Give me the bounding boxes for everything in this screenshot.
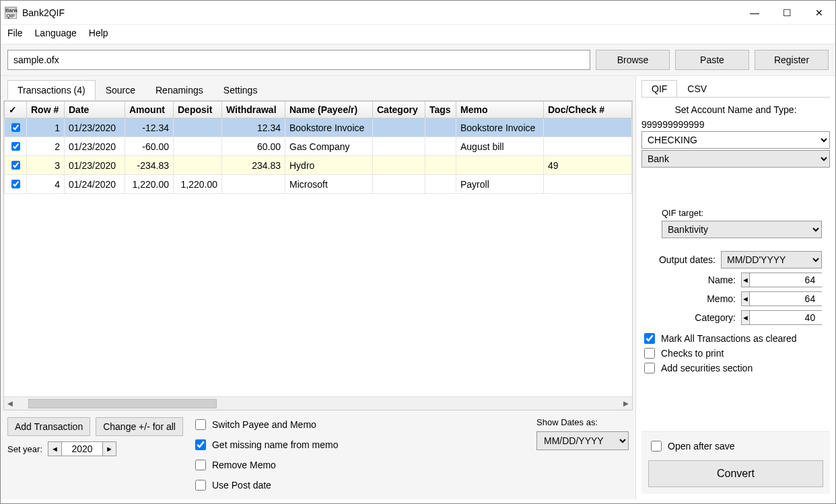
row-checkbox[interactable] xyxy=(11,180,20,188)
cell-tags xyxy=(425,118,456,137)
table-row[interactable]: 301/23/2020-234.83234.83Hydro49 xyxy=(5,156,632,175)
convert-button[interactable]: Convert xyxy=(648,460,823,487)
get-missing-checkbox[interactable] xyxy=(195,439,206,450)
tab-renamings[interactable]: Renamings xyxy=(145,80,213,100)
memo-length-value[interactable] xyxy=(750,292,836,305)
row-checkbox[interactable] xyxy=(11,123,20,132)
year-spinner[interactable]: ◄ ► xyxy=(48,441,116,456)
cell-tags xyxy=(425,137,456,156)
cell-deposit xyxy=(174,118,222,137)
cell-memo: August bill xyxy=(456,137,544,156)
memo-length-spinner[interactable]: ◄ ► xyxy=(741,291,822,306)
col-doc[interactable]: Doc/Check # xyxy=(544,102,632,118)
cell-date: 01/24/2020 xyxy=(65,175,125,194)
col-category[interactable]: Category xyxy=(373,102,425,118)
cell-doc xyxy=(544,137,632,156)
tab-transactions[interactable]: Transactions (4) xyxy=(7,80,96,100)
qif-target-select[interactable]: Banktivity xyxy=(662,221,822,238)
category-length-label: Category: xyxy=(695,312,736,323)
cell-name: Hydro xyxy=(285,156,373,175)
cell-name: Bookstore Invoice xyxy=(285,118,373,137)
change-sign-button[interactable]: Change +/- for all xyxy=(96,417,183,436)
account-id: 999999999999 xyxy=(641,119,830,130)
memo-dec[interactable]: ◄ xyxy=(742,292,750,305)
tab-csv[interactable]: CSV xyxy=(677,80,717,98)
register-button[interactable]: Register xyxy=(755,50,829,70)
use-post-date-checkbox[interactable] xyxy=(195,480,206,491)
name-length-spinner[interactable]: ◄ ► xyxy=(741,273,822,287)
account-type-select[interactable]: Bank xyxy=(641,150,830,168)
year-decrement[interactable]: ◄ xyxy=(48,442,62,456)
mark-cleared-checkbox[interactable] xyxy=(644,333,655,344)
tab-qif[interactable]: QIF xyxy=(641,80,677,98)
category-length-value[interactable] xyxy=(750,311,836,324)
name-dec[interactable]: ◄ xyxy=(742,273,750,287)
cell-date: 01/23/2020 xyxy=(65,156,125,175)
row-checkbox[interactable] xyxy=(11,161,20,170)
menu-help[interactable]: Help xyxy=(89,28,108,38)
col-amount[interactable]: Amount xyxy=(125,102,174,118)
category-dec[interactable]: ◄ xyxy=(742,311,750,324)
cell-row: 1 xyxy=(27,118,65,137)
col-tags[interactable]: Tags xyxy=(425,102,456,118)
cell-row: 2 xyxy=(27,137,65,156)
cell-withdrawal: 60.00 xyxy=(222,137,285,156)
cell-deposit xyxy=(174,137,222,156)
year-value[interactable] xyxy=(62,442,102,456)
cell-memo: Bookstore Invoice xyxy=(456,118,544,137)
browse-button[interactable]: Browse xyxy=(596,50,670,70)
menu-bar: File Language Help xyxy=(1,25,835,44)
tab-source[interactable]: Source xyxy=(96,80,145,100)
col-date[interactable]: Date xyxy=(65,102,125,118)
tab-settings[interactable]: Settings xyxy=(213,80,268,100)
col-deposit[interactable]: Deposit xyxy=(174,102,222,118)
menu-file[interactable]: File xyxy=(7,28,23,38)
cell-doc xyxy=(544,175,632,194)
minimize-button[interactable]: — xyxy=(738,1,771,25)
table-row[interactable]: 201/23/2020-60.0060.00Gas CompanyAugust … xyxy=(5,137,632,156)
cell-withdrawal: 234.83 xyxy=(222,156,285,175)
category-length-spinner[interactable]: ◄ ► xyxy=(741,310,822,325)
table-row[interactable]: 401/24/20201,220.001,220.00MicrosoftPayr… xyxy=(5,175,632,194)
file-path-input[interactable] xyxy=(7,50,590,70)
window-title: Bank2QIF xyxy=(22,7,65,18)
switch-payee-checkbox[interactable] xyxy=(195,419,206,430)
checks-print-checkbox[interactable] xyxy=(644,348,655,359)
add-securities-checkbox[interactable] xyxy=(644,363,655,373)
export-tabs: QIF CSV xyxy=(641,80,830,98)
close-button[interactable]: ✕ xyxy=(803,1,835,25)
add-transaction-button[interactable]: Add Transaction xyxy=(7,417,90,436)
cell-row: 3 xyxy=(27,156,65,175)
row-checkbox[interactable] xyxy=(11,142,20,151)
titlebar: BankQIF Bank2QIF — ☐ ✕ xyxy=(1,1,835,25)
col-name[interactable]: Name (Payee/r) xyxy=(285,102,373,118)
col-row[interactable]: Row # xyxy=(27,102,65,118)
cell-row: 4 xyxy=(27,175,65,194)
account-name-select[interactable]: CHECKING xyxy=(641,131,830,149)
maximize-button[interactable]: ☐ xyxy=(771,1,803,25)
remove-memo-checkbox[interactable] xyxy=(195,460,206,470)
cell-tags xyxy=(425,175,456,194)
name-length-value[interactable] xyxy=(750,273,836,287)
cell-name: Microsoft xyxy=(285,175,373,194)
col-check[interactable]: ✓ xyxy=(5,102,27,118)
cell-tags xyxy=(425,156,456,175)
col-withdrawal[interactable]: Withdrawal xyxy=(222,102,285,118)
table-row[interactable]: 101/23/2020-12.3412.34Bookstore InvoiceB… xyxy=(5,118,632,137)
year-increment[interactable]: ► xyxy=(102,442,116,456)
open-after-save-checkbox[interactable] xyxy=(651,441,662,452)
cell-amount: -12.34 xyxy=(125,118,174,137)
col-memo[interactable]: Memo xyxy=(456,102,544,118)
menu-language[interactable]: Language xyxy=(35,28,77,38)
output-dates-select[interactable]: MM/DD'YYYY xyxy=(721,251,822,268)
cell-amount: -234.83 xyxy=(125,156,174,175)
name-length-label: Name: xyxy=(708,275,736,285)
cell-deposit xyxy=(174,156,222,175)
account-section-title: Set Account Name and Type: xyxy=(641,104,830,115)
cell-date: 01/23/2020 xyxy=(65,118,125,137)
output-dates-label: Output dates: xyxy=(659,254,716,265)
paste-button[interactable]: Paste xyxy=(675,50,749,70)
show-dates-select[interactable]: MM/DD/YYYY xyxy=(536,431,629,450)
horizontal-scrollbar[interactable]: ◄ ► xyxy=(4,396,632,410)
transactions-grid[interactable]: ✓ Row # Date Amount Deposit Withdrawal N… xyxy=(3,100,633,410)
